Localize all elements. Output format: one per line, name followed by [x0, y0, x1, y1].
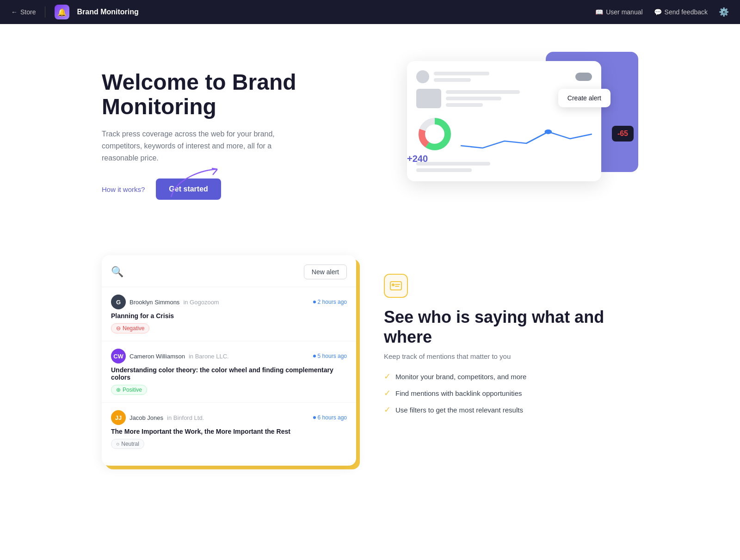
arrow-decoration: [166, 165, 222, 202]
check-icon: ✓: [384, 388, 391, 398]
avatar: CW: [111, 349, 126, 363]
check-icon: ✓: [384, 371, 391, 382]
feature-description: See who is saying what and where Keep tr…: [384, 255, 638, 415]
donut-chart: [416, 116, 453, 153]
mentions-panel: 🔍 New alert G Brooklyn Simmons in Gogozo…: [102, 255, 356, 466]
mention-top: G Brooklyn Simmons in Gogozoom 2 hours a…: [111, 295, 347, 309]
line-chart: [461, 116, 592, 154]
sentiment-label: Negative: [123, 325, 144, 332]
mention-author: CW Cameron Williamson in Barone LLC.: [111, 349, 229, 363]
app-title: Brand Monitoring: [77, 8, 588, 16]
feature-subtitle: Keep track of mentions that matter to yo…: [384, 352, 638, 360]
check-icon: ✓: [384, 405, 391, 415]
time-dot: [313, 355, 316, 357]
feedback-icon: 💬: [654, 8, 662, 16]
feature-list-item-text: Find mentions with backlink opportunitie…: [395, 389, 522, 397]
author-name: Jacob Jones: [130, 414, 163, 421]
dash-line: [434, 78, 471, 82]
dash-toggle: [575, 73, 592, 81]
author-name: Brooklyn Simmons: [130, 299, 179, 306]
time-label: 2 hours ago: [318, 299, 347, 305]
sentiment-label: Positive: [123, 387, 142, 393]
sentiment-icon: ⊖: [116, 325, 121, 332]
avatar: JJ: [111, 410, 126, 425]
sentiment-badge: ○ Neutral: [111, 439, 144, 449]
svg-point-5: [392, 283, 395, 286]
hero-right: Create alert -65 +240: [333, 52, 638, 218]
mention-item: JJ Jacob Jones in Binford Ltd. 6 hours a…: [102, 403, 356, 456]
hero-actions: How it works? Get started: [102, 178, 305, 200]
author-company: in Barone LLC.: [189, 353, 229, 360]
header-divider: [45, 6, 45, 18]
mention-time: 5 hours ago: [313, 353, 347, 359]
how-it-works-link[interactable]: How it works?: [102, 185, 145, 193]
mention-author: G Brooklyn Simmons in Gogozoom: [111, 295, 219, 309]
feature-title: See who is saying what and where: [384, 307, 638, 347]
hero-title: Welcome to Brand Monitoring: [102, 70, 305, 119]
settings-icon[interactable]: ⚙️: [719, 7, 729, 17]
sentiment-icon: ○: [116, 441, 119, 447]
mention-author: JJ Jacob Jones in Binford Ltd.: [111, 410, 204, 425]
sentiment-badge: ⊕ Positive: [111, 385, 147, 395]
mention-time: 2 hours ago: [313, 299, 347, 305]
create-alert-label: Create alert: [567, 94, 601, 102]
send-feedback-label: Send feedback: [665, 8, 708, 16]
time-label: 6 hours ago: [318, 414, 347, 421]
new-alert-button[interactable]: New alert: [304, 265, 347, 279]
dash-avatar: [416, 70, 429, 83]
feature-list-item-text: Use filters to get the most relevant res…: [395, 406, 523, 414]
dash-rect: [416, 89, 441, 108]
dash-bottom-lines: [416, 162, 592, 172]
feature-list: ✓ Monitor your brand, competitors, and m…: [384, 371, 638, 415]
stat-negative-value: -65: [617, 129, 628, 137]
sentiment-label: Neutral: [121, 441, 139, 447]
app-logo: 🔔: [55, 5, 69, 19]
avatar: G: [111, 295, 126, 309]
mention-title: Understanding color theory: the color wh…: [111, 366, 347, 381]
app-header: ← Store 🔔 Brand Monitoring 📖 User manual…: [0, 0, 740, 24]
feature-list-item-text: Monitor your brand, competitors, and mor…: [395, 373, 526, 381]
list-item: ✓ Use filters to get the most relevant r…: [384, 405, 638, 415]
stat-positive-value: +240: [407, 154, 428, 164]
mention-title: The More Important the Work, the More Im…: [111, 428, 347, 435]
author-company: in Gogozoom: [183, 299, 219, 306]
dash-line: [446, 97, 501, 100]
time-label: 5 hours ago: [318, 353, 347, 359]
back-arrow-icon: ←: [11, 8, 18, 16]
list-item: ✓ Monitor your brand, competitors, and m…: [384, 371, 638, 382]
sentiment-badge: ⊖ Negative: [111, 323, 149, 333]
stat-badge-negative: -65: [612, 126, 634, 142]
book-icon: 📖: [595, 8, 603, 16]
svg-point-3: [544, 129, 552, 134]
author-name: Cameron Williamson: [130, 353, 185, 360]
mention-time: 6 hours ago: [313, 414, 347, 421]
hero-left: Welcome to Brand Monitoring Track press …: [102, 70, 305, 200]
user-manual-button[interactable]: 📖 User manual: [595, 8, 642, 16]
time-dot: [313, 416, 316, 419]
user-manual-label: User manual: [606, 8, 642, 16]
search-icon[interactable]: 🔍: [111, 266, 123, 278]
stat-badge-positive: +240: [407, 154, 428, 164]
mention-top: JJ Jacob Jones in Binford Ltd. 6 hours a…: [111, 410, 347, 425]
list-item: ✓ Find mentions with backlink opportunit…: [384, 388, 638, 398]
create-alert-popup[interactable]: Create alert: [558, 89, 610, 107]
sentiment-icon: ⊕: [116, 387, 121, 393]
time-dot: [313, 301, 316, 303]
mentions-header: 🔍 New alert: [102, 265, 356, 287]
author-company: in Binford Ltd.: [167, 414, 204, 421]
dashboard-illustration: Create alert -65 +240: [407, 52, 638, 218]
dash-line: [446, 103, 483, 107]
store-nav[interactable]: ← Store: [11, 8, 36, 16]
dash-card-main: [407, 61, 601, 181]
header-actions: 📖 User manual 💬 Send feedback ⚙️: [595, 7, 729, 17]
feature-icon: [384, 274, 408, 298]
hero-description: Track press coverage across the web for …: [102, 128, 305, 164]
bottom-section: 🔍 New alert G Brooklyn Simmons in Gogozo…: [102, 255, 638, 466]
mention-item: CW Cameron Williamson in Barone LLC. 5 h…: [102, 341, 356, 403]
dash-line: [446, 90, 520, 94]
mention-title: Planning for a Crisis: [111, 312, 347, 320]
store-label: Store: [20, 8, 36, 16]
dash-line: [416, 168, 472, 172]
send-feedback-button[interactable]: 💬 Send feedback: [654, 8, 708, 16]
mention-top: CW Cameron Williamson in Barone LLC. 5 h…: [111, 349, 347, 363]
